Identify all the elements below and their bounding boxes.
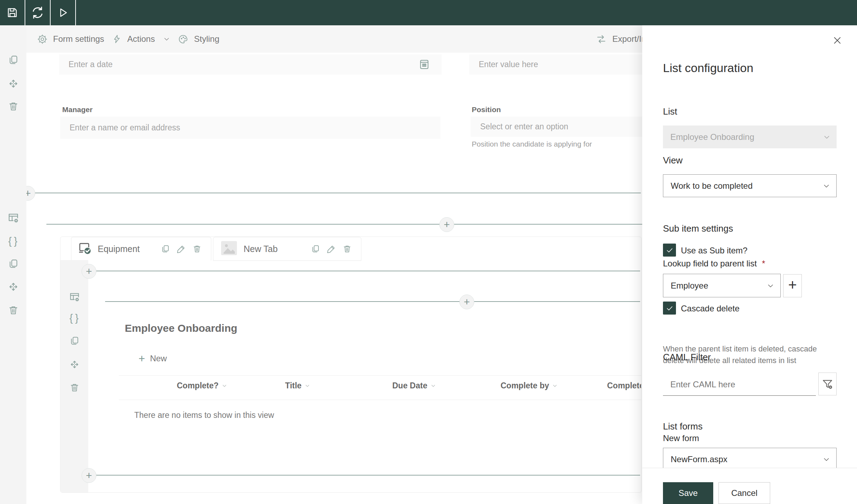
copy-icon[interactable] <box>161 244 170 254</box>
value-input[interactable] <box>469 60 642 69</box>
list-forms-header: List forms <box>663 421 703 432</box>
column-label: Due Date <box>392 381 427 390</box>
new-form-value: NewForm.aspx <box>671 454 727 464</box>
list-select-value: Employee Onboarding <box>670 132 754 142</box>
plus-icon: + <box>138 353 145 364</box>
column-label: Complete? <box>177 381 219 390</box>
column-label: Complete by <box>501 381 549 390</box>
checkmark-icon <box>665 246 674 254</box>
caml-filter-builder-button[interactable] <box>818 373 837 395</box>
close-icon <box>832 35 843 46</box>
new-form-select[interactable]: NewForm.aspx <box>663 448 837 471</box>
column-header-title[interactable]: Title <box>285 381 310 390</box>
styling-button[interactable]: Styling <box>178 25 219 53</box>
manager-input[interactable] <box>60 123 440 133</box>
chevron-down-icon <box>822 182 831 190</box>
command-bar: Form settings Actions Styling Export/Imp… <box>26 25 642 53</box>
list-select[interactable]: Employee Onboarding <box>663 125 837 148</box>
grid-divider <box>105 301 640 302</box>
cascade-delete-checkbox[interactable] <box>663 302 676 315</box>
chevron-down-icon <box>552 383 558 389</box>
caml-filter-field <box>663 373 816 396</box>
save-button[interactable]: Save <box>663 482 713 504</box>
tab-new-tab[interactable]: New Tab <box>213 237 361 261</box>
styling-palette-icon <box>178 34 188 44</box>
new-item-button[interactable]: + New <box>138 353 167 364</box>
trash-icon[interactable] <box>192 244 202 254</box>
chevron-down-icon <box>221 383 227 389</box>
use-as-sub-item-label: Use as Sub item? <box>681 246 747 256</box>
styling-label: Styling <box>194 34 219 44</box>
export-import-arrows-icon <box>596 34 607 45</box>
view-label: View <box>663 155 683 166</box>
pencil-icon[interactable] <box>176 244 186 254</box>
save-form-button[interactable] <box>0 0 25 25</box>
use-as-sub-item-checkbox[interactable] <box>663 244 676 257</box>
braces-icon[interactable]: { } <box>8 235 18 247</box>
chevron-down-icon <box>430 383 436 389</box>
image-placeholder-icon <box>221 241 237 257</box>
caml-filter-input[interactable] <box>663 380 816 389</box>
preview-button[interactable] <box>51 0 76 25</box>
table-settings-icon[interactable] <box>69 291 80 303</box>
tab-actions <box>311 244 352 254</box>
column-header-complete[interactable]: Complete? <box>177 381 227 390</box>
actions-label: Actions <box>127 34 155 44</box>
close-panel-button[interactable] <box>831 34 844 47</box>
column-label: Complete <box>607 381 642 390</box>
pencil-icon[interactable] <box>327 244 336 254</box>
trash-icon[interactable] <box>342 244 352 254</box>
refresh-button[interactable] <box>25 0 51 25</box>
date-input[interactable] <box>59 60 442 69</box>
tab-actions <box>161 244 202 254</box>
cancel-button[interactable]: Cancel <box>719 482 770 504</box>
calendar-icon[interactable] <box>418 58 430 70</box>
move-icon[interactable] <box>8 281 19 292</box>
braces-icon[interactable]: { } <box>70 312 79 324</box>
column-header-due-date[interactable]: Due Date <box>392 381 436 390</box>
table-settings-icon[interactable] <box>7 212 19 224</box>
trash-icon[interactable] <box>69 382 80 393</box>
panel-title: List configuration <box>663 61 753 75</box>
tab-equipment[interactable]: Equipment <box>71 237 211 260</box>
copy-icon[interactable] <box>311 244 320 254</box>
grid-divider <box>46 224 642 225</box>
column-header-complete-by[interactable]: Complete by <box>501 381 558 390</box>
actions-bolt-icon <box>112 34 122 44</box>
lookup-field-select[interactable]: Employee <box>663 274 781 297</box>
device-check-icon <box>77 241 92 257</box>
lookup-field-label-text: Lookup field to parent list <box>663 259 757 268</box>
export-import-label: Export/Import <box>612 34 642 44</box>
copy-icon[interactable] <box>69 336 80 346</box>
plus-icon: + <box>788 277 797 293</box>
form-settings-button[interactable]: Form settings <box>37 25 104 53</box>
left-tool-rail: { } <box>0 25 26 504</box>
form-settings-label: Form settings <box>53 34 104 44</box>
position-label: Position <box>472 105 501 114</box>
move-icon[interactable] <box>8 78 19 89</box>
add-grid-row-button[interactable]: + <box>26 186 35 201</box>
trash-icon[interactable] <box>8 305 19 316</box>
lookup-field-label: Lookup field to parent list * <box>663 259 765 269</box>
add-grid-row-button[interactable]: + <box>82 468 96 483</box>
export-import-button[interactable]: Export/Import <box>596 25 642 53</box>
column-header-completed[interactable]: Complete <box>607 381 642 390</box>
view-select-value: Work to be completed <box>671 181 753 191</box>
copy-icon[interactable] <box>8 54 19 66</box>
grid-divider <box>96 475 640 476</box>
trash-icon[interactable] <box>8 101 19 112</box>
add-grid-row-button[interactable]: + <box>459 295 474 309</box>
copy-icon[interactable] <box>8 258 19 270</box>
move-icon[interactable] <box>69 359 80 370</box>
add-grid-row-button[interactable]: + <box>439 217 454 232</box>
settings-gear-icon <box>37 34 47 44</box>
position-help-text: Position the candidate is applying for <box>472 140 592 148</box>
view-select[interactable]: Work to be completed <box>663 174 837 197</box>
add-grid-row-button[interactable]: + <box>82 264 96 279</box>
add-lookup-field-button[interactable]: + <box>783 274 802 297</box>
tab-control-card: Equipment New Tab { } <box>60 237 642 493</box>
position-input[interactable] <box>471 122 642 131</box>
position-field <box>471 117 642 137</box>
actions-button[interactable]: Actions <box>112 25 170 53</box>
required-asterisk: * <box>762 259 765 268</box>
